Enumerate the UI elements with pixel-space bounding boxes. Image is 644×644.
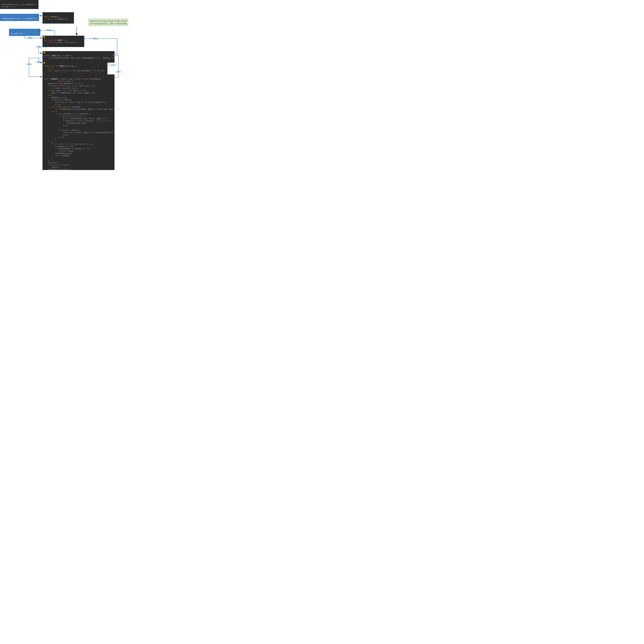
bulb-icon: 💡 — [43, 36, 45, 38]
blue-block-declare: HashSet<Object> set = new HashSet<>(); — [0, 14, 39, 21]
label-ret1: 返回1 — [111, 64, 116, 66]
code-line: Node<K,V>[] tab; Node<K,V> p; int n, i; — [44, 83, 84, 84]
label-ret2: 返回2 — [116, 71, 121, 73]
code-line: } — [44, 157, 52, 159]
code-line: n = (tab = resize()).length; — [44, 87, 78, 89]
code-line: afterNodeInsertion(evict); — [44, 169, 72, 170]
code-line: p = e; — [44, 136, 65, 138]
code-line: if (e.hash == hash && — [44, 129, 78, 131]
blue-block-add: set.add("john"); — [9, 29, 40, 36]
note-present: 这里的PRESENT实际上仅起到占位作用，因为调用了HashMap的put方法，… — [88, 19, 128, 26]
code-line: treeifyBin(tab, hash); — [44, 122, 87, 124]
code-line: public V put(K key, V value) { — [44, 55, 72, 57]
code-line: return putVal(hash(key), key, value, onl… — [44, 57, 115, 59]
code-line: e = p; — [44, 104, 61, 105]
code-line: } — [44, 159, 49, 161]
code-line: } — [44, 60, 45, 61]
note-text: 这里的PRESENT实际上仅起到占位作用，因为调用了HashMap的put方法，… — [90, 20, 126, 25]
code-line: resize(); — [44, 166, 60, 168]
code-line: if (++size > threshold) — [44, 164, 69, 166]
code-line: return oldValue; — [44, 155, 70, 157]
code-line: for (int binCount = 0; ; ++binCount) { — [44, 113, 91, 115]
code-line: public boolean add(E e) { — [44, 39, 67, 41]
code-add-method: public boolean add(E e) { return map.put… — [43, 36, 84, 47]
code-text: set.add("john"); — [11, 33, 26, 34]
code-line: if (e != null) { // existing mapping for… — [44, 143, 92, 145]
code-line: ((k = p.key) == key || (key != null && k… — [44, 101, 106, 103]
code-line: ++modCount; — [44, 162, 58, 164]
code-line: } — [44, 139, 56, 140]
code-line: e = ((TreeNode<K,V>)p).putTreeVal( map: … — [44, 108, 120, 110]
code-line: V oldValue = e.value; — [44, 146, 75, 147]
code-line: } — [44, 44, 45, 46]
code-line: tab[i] = newNode(hash, key, value, next:… — [44, 92, 96, 94]
code-line: map = new HashMap<>(); — [44, 18, 68, 20]
code-hashset-ctor: public HashSet() { map = new HashMap<>()… — [43, 12, 74, 24]
label-ret3: 返回3 — [93, 37, 98, 40]
code-line: HashSet<Object> set = new HashSet<>(); — [2, 4, 37, 5]
code-line: else { — [44, 94, 53, 96]
code-line: } — [44, 72, 45, 74]
code-line: int h; — [44, 67, 53, 69]
code-line: afterNodeAccess(e); — [44, 152, 73, 154]
code-line: return (key == null) ? 0 : (h = key.hash… — [44, 70, 105, 72]
code-line: if ((e = p.next) == null) { — [44, 115, 84, 117]
label-call2: 调用2 — [36, 46, 41, 48]
code-line: ((k = e.key) == key || (key != null && k… — [44, 132, 114, 133]
label-call1: 调用1 — [28, 37, 33, 39]
code-line: } — [44, 20, 45, 22]
label-call4: 调用4 — [26, 63, 32, 66]
code-put-method: public V put(K key, V value) { return pu… — [43, 51, 115, 63]
code-putval-method: final V putVal(int hash, K key, V value,… — [43, 74, 115, 170]
code-line: break; — [44, 125, 68, 126]
code-line: static final int hash(Object key) { — [44, 65, 77, 67]
bulb-icon: 💡 — [43, 62, 45, 64]
code-line: if (p.hash == hash && — [44, 99, 71, 101]
code-line: Node<K,V> e; K k; — [44, 97, 67, 99]
code-line: return map.put(e, PRESENT)==null; — [44, 42, 78, 43]
code-hash-method: static final int hash(Object key) { int … — [43, 62, 107, 75]
code-line: if (!onlyIfAbsent || oldValue == null) — [44, 148, 91, 150]
code-line: public HashSet() { — [44, 16, 61, 18]
code-line: boolean evict) { — [44, 80, 73, 82]
code-top-decl: HashSet<Object> set = new HashSet<>(); s… — [0, 0, 39, 9]
bulb-icon: 💡 — [43, 52, 45, 54]
code-line: else { — [44, 111, 57, 112]
label-call3: 调用3 — [36, 61, 41, 63]
code-line: } — [44, 141, 52, 143]
code-line: } — [44, 127, 60, 129]
code-text: HashSet<Object> set = new HashSet<>(); — [2, 18, 37, 19]
code-line: e.value = value; — [44, 150, 74, 152]
code-line: p.next = newNode(hash, key, value, next:… — [44, 118, 108, 119]
code-line: final V putVal(int hash, K key, V value,… — [44, 78, 102, 80]
code-line: break; — [44, 134, 68, 136]
code-line: else if (p instanceof TreeNode) — [44, 106, 80, 108]
code-line: if ((p = tab[i = (n - 1) & hash]) == nul… — [44, 90, 87, 91]
code-line: if (binCount >= TREEIFY_THRESHOLD - 1) /… — [44, 120, 111, 122]
code-line: if ((tab = table) == null || (n = tab.le… — [44, 85, 95, 87]
label-ret4: 返回4 — [46, 29, 52, 31]
arrow-call4 — [29, 58, 45, 77]
code-line: set.add("john"); — [2, 6, 16, 8]
